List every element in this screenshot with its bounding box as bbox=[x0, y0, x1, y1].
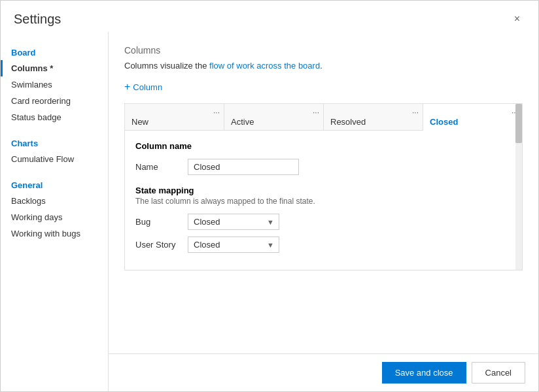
bug-select-wrapper: Closed Active Resolved New ▼ bbox=[188, 214, 279, 230]
sidebar-item-columns[interactable]: Columns * bbox=[1, 60, 108, 76]
dialog-title: Settings bbox=[14, 12, 61, 27]
dialog-header: Settings × bbox=[1, 1, 538, 32]
sidebar-item-swimlanes[interactable]: Swimlanes bbox=[1, 76, 108, 93]
state-mapping-section: State mapping The last column is always … bbox=[135, 186, 512, 253]
content-description: Columns visualize the flow of work acros… bbox=[124, 61, 523, 71]
column-tab-resolved[interactable]: ··· Resolved bbox=[324, 104, 423, 130]
bug-select[interactable]: Closed Active Resolved New bbox=[188, 214, 279, 230]
column-tab-name-closed: Closed bbox=[430, 108, 458, 127]
dialog-footer: Save and close Cancel bbox=[109, 353, 538, 391]
main-content: Columns Columns visualize the flow of wo… bbox=[109, 32, 538, 391]
sidebar-section-charts: Charts bbox=[1, 133, 108, 151]
user-story-select[interactable]: Closed Active Resolved New bbox=[188, 237, 279, 253]
column-tab-name-resolved: Resolved bbox=[330, 108, 366, 127]
add-column-button[interactable]: + Column bbox=[124, 81, 162, 93]
column-tab-name-new: New bbox=[131, 108, 148, 127]
content-area: Columns Columns visualize the flow of wo… bbox=[109, 32, 538, 353]
settings-dialog: Settings × Board Columns * Swimlanes Car… bbox=[0, 0, 539, 392]
column-detail-wrapper: Column name Name State mapping The last … bbox=[125, 131, 522, 270]
content-section-title: Columns bbox=[124, 45, 523, 56]
sidebar-item-backlogs[interactable]: Backlogs bbox=[1, 193, 108, 209]
sidebar-item-working-days[interactable]: Working days bbox=[1, 209, 108, 225]
user-story-select-wrapper: Closed Active Resolved New ▼ bbox=[188, 237, 279, 253]
user-story-label: User Story bbox=[135, 240, 188, 250]
user-story-mapping-row: User Story Closed Active Resolved New bbox=[135, 237, 512, 253]
sidebar-item-working-with-bugs[interactable]: Working with bugs bbox=[1, 225, 108, 242]
state-mapping-title: State mapping bbox=[135, 186, 512, 195]
save-and-close-button[interactable]: Save and close bbox=[382, 362, 466, 384]
column-tab-name-active: Active bbox=[231, 108, 254, 127]
column-tab-more-new[interactable]: ··· bbox=[213, 108, 220, 117]
sidebar-section-general: General bbox=[1, 175, 108, 193]
column-detail: Column name Name State mapping The last … bbox=[125, 131, 522, 270]
plus-icon: + bbox=[124, 81, 130, 93]
close-button[interactable]: × bbox=[509, 11, 525, 27]
sidebar-section-board: Board bbox=[1, 42, 108, 60]
column-name-section-title: Column name bbox=[135, 141, 512, 151]
column-tab-more-resolved[interactable]: ··· bbox=[412, 108, 419, 117]
scroll-thumb[interactable] bbox=[515, 104, 522, 143]
columns-tabs: ··· New ··· Active ··· Resolved ··· bbox=[125, 104, 522, 131]
state-mapping-desc: The last column is always mapped to the … bbox=[135, 197, 512, 206]
add-column-label: Column bbox=[133, 82, 162, 92]
dialog-body: Board Columns * Swimlanes Card reorderin… bbox=[1, 32, 538, 391]
scroll-track[interactable] bbox=[515, 104, 522, 270]
column-tab-closed[interactable]: ··· Closed bbox=[423, 104, 522, 131]
bug-label: Bug bbox=[135, 217, 188, 227]
flow-link[interactable]: flow of work across the board bbox=[209, 61, 320, 71]
bug-mapping-row: Bug Closed Active Resolved New bbox=[135, 214, 512, 230]
columns-container: ··· New ··· Active ··· Resolved ··· bbox=[124, 103, 523, 270]
sidebar-item-status-badge[interactable]: Status badge bbox=[1, 109, 108, 125]
column-tab-new[interactable]: ··· New bbox=[125, 104, 224, 130]
cancel-button[interactable]: Cancel bbox=[472, 362, 525, 384]
column-tab-active[interactable]: ··· Active bbox=[224, 104, 324, 130]
name-input[interactable] bbox=[188, 159, 299, 175]
column-tab-more-active[interactable]: ··· bbox=[313, 108, 319, 117]
sidebar: Board Columns * Swimlanes Card reorderin… bbox=[1, 32, 109, 391]
sidebar-item-cumulative-flow[interactable]: Cumulative Flow bbox=[1, 151, 108, 167]
name-form-row: Name bbox=[135, 159, 512, 175]
name-label: Name bbox=[135, 162, 188, 172]
sidebar-item-card-reordering[interactable]: Card reordering bbox=[1, 93, 108, 109]
